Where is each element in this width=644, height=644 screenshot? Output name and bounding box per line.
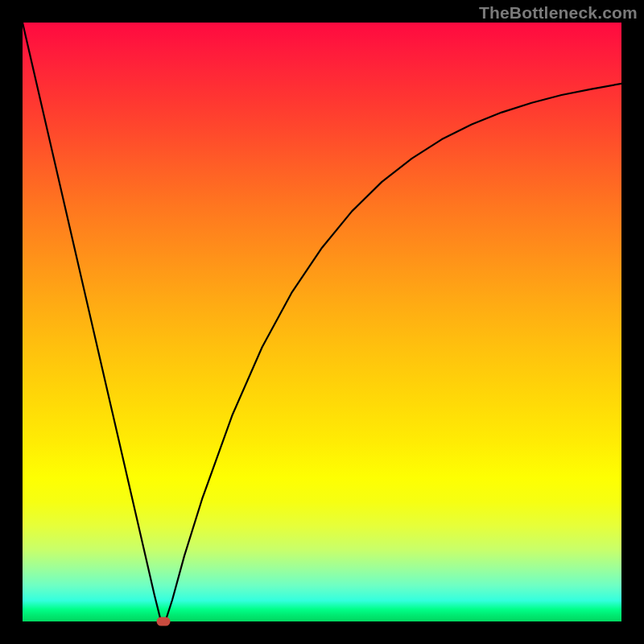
bottleneck-curve	[23, 23, 621, 621]
watermark-text: TheBottleneck.com	[479, 3, 638, 23]
chart-frame: TheBottleneck.com	[0, 0, 644, 644]
optimum-marker	[156, 617, 170, 626]
plot-area	[23, 23, 621, 621]
